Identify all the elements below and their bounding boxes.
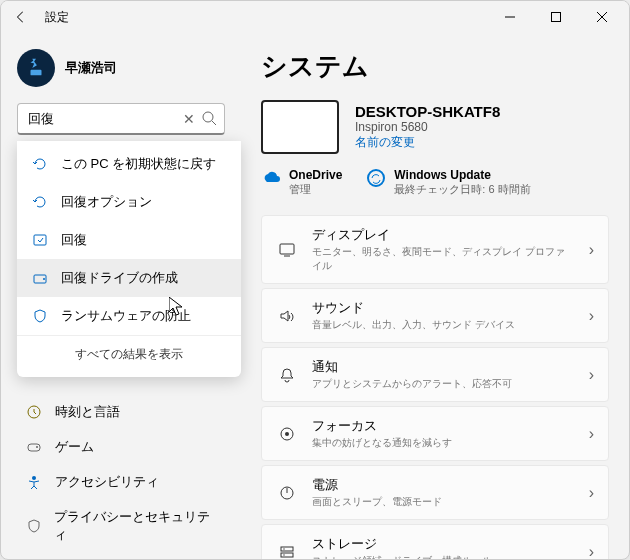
result-recovery-options[interactable]: 回復オプション [17, 183, 241, 221]
svg-point-2 [203, 112, 213, 122]
update-status-icon [366, 168, 386, 188]
setting-notifications[interactable]: 通知アプリとシステムからのアラート、応答不可 › [261, 347, 609, 402]
window-controls [487, 1, 625, 33]
search-box: ✕ [17, 103, 225, 135]
result-reset-pc[interactable]: この PC を初期状態に戻す [17, 145, 241, 183]
status-windows-update[interactable]: Windows Update 最終チェック日時: 6 時間前 [366, 168, 530, 197]
svg-rect-11 [280, 244, 294, 254]
onedrive-icon [261, 168, 281, 188]
user-name: 早瀬浩司 [65, 59, 117, 77]
svg-rect-1 [31, 70, 42, 76]
setting-storage[interactable]: ストレージストレージ領域、ドライブ、構成ルール › [261, 524, 609, 559]
sidebar-item-time-language[interactable]: 時刻と言語 [7, 395, 235, 429]
sidebar-item-windows-update[interactable]: Windows Update [7, 553, 235, 559]
setting-display[interactable]: ディスプレイモニター、明るさ、夜間モード、ディスプレイ プロファイル › [261, 215, 609, 284]
display-icon [276, 239, 298, 261]
window-title: 設定 [45, 9, 487, 26]
result-recovery[interactable]: 回復 [17, 221, 241, 259]
svg-rect-15 [281, 547, 293, 551]
svg-point-18 [283, 554, 284, 555]
result-create-recovery-drive[interactable]: 回復ドライブの作成 [17, 259, 241, 297]
reset-icon [31, 193, 49, 211]
device-info: DESKTOP-SHKATF8 Inspiron 5680 名前の変更 [261, 100, 609, 154]
svg-point-5 [43, 278, 45, 280]
setting-power[interactable]: 電源画面とスリープ、電源モード › [261, 465, 609, 520]
sidebar-item-privacy[interactable]: プライバシーとセキュリティ [7, 500, 235, 552]
svg-point-17 [283, 548, 284, 549]
show-all-results[interactable]: すべての結果を表示 [17, 335, 241, 373]
maximize-button[interactable] [533, 1, 579, 33]
clock-icon [25, 403, 43, 421]
sound-icon [276, 305, 298, 327]
shield-icon [31, 307, 49, 325]
minimize-button[interactable] [487, 1, 533, 33]
game-icon [25, 438, 43, 456]
accessibility-icon [25, 473, 43, 491]
svg-rect-7 [28, 444, 40, 451]
close-button[interactable] [579, 1, 625, 33]
settings-list: ディスプレイモニター、明るさ、夜間モード、ディスプレイ プロファイル › サウン… [261, 215, 609, 559]
svg-point-13 [285, 432, 289, 436]
setting-focus[interactable]: フォーカス集中の妨げとなる通知を減らす › [261, 406, 609, 461]
reset-icon [31, 155, 49, 173]
device-name: DESKTOP-SHKATF8 [355, 103, 500, 120]
back-button[interactable] [5, 1, 37, 33]
chevron-right-icon: › [589, 484, 594, 502]
drive-icon [31, 269, 49, 287]
recovery-icon [31, 231, 49, 249]
mouse-cursor [169, 297, 185, 317]
svg-rect-3 [34, 235, 46, 245]
chevron-right-icon: › [589, 425, 594, 443]
content: 早瀬浩司 ✕ この PC を初期状態に戻す 回復オプション [1, 33, 629, 559]
chevron-right-icon: › [589, 307, 594, 325]
user-account[interactable]: 早瀬浩司 [1, 41, 241, 103]
svg-point-9 [32, 476, 36, 480]
svg-rect-16 [281, 553, 293, 557]
sidebar: 早瀬浩司 ✕ この PC を初期状態に戻す 回復オプション [1, 33, 241, 559]
result-ransomware-protection[interactable]: ランサムウェアの防止 [17, 297, 241, 335]
search-results-dropdown: この PC を初期状態に戻す 回復オプション 回復 回復ドライブの作成 ランサム… [17, 141, 241, 377]
search-icon[interactable] [201, 110, 217, 130]
sidebar-nav: 時刻と言語 ゲーム アクセシビリティ プライバシーとセキュリティ Windows… [1, 395, 241, 559]
status-onedrive[interactable]: OneDrive 管理 [261, 168, 342, 197]
page-title: システム [261, 49, 609, 84]
avatar [17, 49, 55, 87]
rename-link[interactable]: 名前の変更 [355, 134, 500, 151]
storage-icon [276, 541, 298, 560]
main-panel: システム DESKTOP-SHKATF8 Inspiron 5680 名前の変更… [241, 33, 629, 559]
svg-point-8 [36, 446, 38, 448]
titlebar: 設定 [1, 1, 629, 33]
notification-icon [276, 364, 298, 386]
clear-icon[interactable]: ✕ [183, 111, 195, 127]
setting-sound[interactable]: サウンド音量レベル、出力、入力、サウンド デバイス › [261, 288, 609, 343]
sidebar-item-gaming[interactable]: ゲーム [7, 430, 235, 464]
chevron-right-icon: › [589, 241, 594, 259]
status-row: OneDrive 管理 Windows Update 最終チェック日時: 6 時… [261, 168, 609, 197]
settings-window: 設定 早瀬浩司 ✕ [0, 0, 630, 560]
chevron-right-icon: › [589, 543, 594, 560]
device-model: Inspiron 5680 [355, 120, 500, 134]
privacy-icon [25, 517, 42, 535]
svg-rect-0 [552, 13, 561, 22]
focus-icon [276, 423, 298, 445]
sidebar-item-accessibility[interactable]: アクセシビリティ [7, 465, 235, 499]
power-icon [276, 482, 298, 504]
chevron-right-icon: › [589, 366, 594, 384]
device-thumbnail[interactable] [261, 100, 339, 154]
